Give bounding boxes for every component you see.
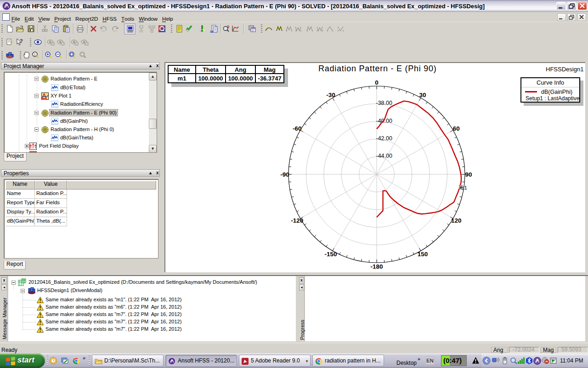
svg-text:-42.00: -42.00 <box>376 135 392 142</box>
svg-text:-120: -120 <box>291 217 303 224</box>
svg-text:-60: -60 <box>293 125 302 132</box>
svg-text:0: 0 <box>375 79 379 86</box>
svg-text:?: ? <box>20 38 23 44</box>
svg-text:?: ? <box>10 40 13 46</box>
svg-text:-150: -150 <box>324 251 337 258</box>
svg-text:120: 120 <box>451 217 462 224</box>
svg-text:150: 150 <box>418 251 428 258</box>
svg-text:-90: -90 <box>280 171 289 178</box>
svg-text:30: 30 <box>419 92 426 98</box>
svg-text:1: 1 <box>34 52 36 57</box>
svg-text:-38.00: -38.00 <box>376 100 392 106</box>
svg-text:-44.00: -44.00 <box>376 153 392 159</box>
svg-text:-30: -30 <box>326 92 335 98</box>
svg-text:m1: m1 <box>460 185 467 190</box>
svg-text:-180: -180 <box>370 263 383 270</box>
svg-text:90: 90 <box>465 171 472 178</box>
svg-text:60: 60 <box>453 125 460 132</box>
